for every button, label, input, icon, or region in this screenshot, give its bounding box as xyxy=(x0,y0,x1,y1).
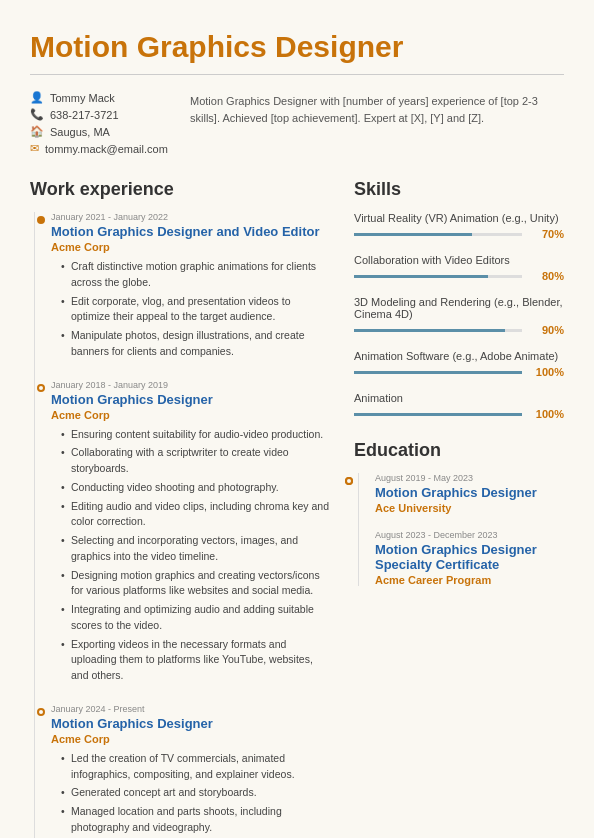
work-bullet-3-1: Led the creation of TV commercials, anim… xyxy=(61,751,330,783)
work-bullet-2-4: Editing audio and video clips, including… xyxy=(61,499,330,531)
skill-bar-row-2: 80% xyxy=(354,270,564,282)
phone-icon: 📞 xyxy=(30,108,44,121)
work-bullet-3-2: Generated concept art and storyboards. xyxy=(61,785,330,801)
work-company-3: Acme Corp xyxy=(51,733,330,745)
header-divider xyxy=(30,74,564,75)
work-company-1: Acme Corp xyxy=(51,241,330,253)
main-content: Work experience January 2021 - January 2… xyxy=(30,179,564,838)
skill-label-5: Animation xyxy=(354,392,564,404)
work-title-2: Motion Graphics Designer xyxy=(51,392,330,407)
work-entry-2: January 2018 - January 2019 Motion Graph… xyxy=(51,380,330,684)
skill-bar-fill-2 xyxy=(354,275,488,278)
skill-bar-bg-1 xyxy=(354,233,522,236)
skill-pct-5: 100% xyxy=(530,408,564,420)
skill-item-1: Virtual Reality (VR) Animation (e.g., Un… xyxy=(354,212,564,240)
work-company-2: Acme Corp xyxy=(51,409,330,421)
work-bullet-2-1: Ensuring content suitability for audio-v… xyxy=(61,427,330,443)
skill-bar-bg-2 xyxy=(354,275,522,278)
timeline-bullet-1 xyxy=(37,216,45,224)
edu-entry-1: August 2019 - May 2023 Motion Graphics D… xyxy=(375,473,564,514)
work-title-1: Motion Graphics Designer and Video Edito… xyxy=(51,224,330,239)
skill-pct-4: 100% xyxy=(530,366,564,378)
work-date-2: January 2018 - January 2019 xyxy=(51,380,330,390)
contact-info: 👤 Tommy Mack 📞 638-217-3721 🏠 Saugus, MA… xyxy=(30,91,160,155)
skill-bar-row-5: 100% xyxy=(354,408,564,420)
left-column: Work experience January 2021 - January 2… xyxy=(30,179,330,838)
work-date-1: January 2021 - January 2022 xyxy=(51,212,330,222)
header-section: 👤 Tommy Mack 📞 638-217-3721 🏠 Saugus, MA… xyxy=(30,91,564,155)
work-bullet-2-2: Collaborating with a scriptwriter to cre… xyxy=(61,445,330,477)
work-title-3: Motion Graphics Designer xyxy=(51,716,330,731)
contact-email: tommy.mack@email.com xyxy=(45,143,168,155)
skill-pct-3: 90% xyxy=(530,324,564,336)
contact-name-item: 👤 Tommy Mack xyxy=(30,91,160,104)
skill-label-2: Collaboration with Video Editors xyxy=(354,254,564,266)
edu-timeline: August 2019 - May 2023 Motion Graphics D… xyxy=(358,473,564,586)
work-bullet-2-5: Selecting and incorporating vectors, ima… xyxy=(61,533,330,565)
skill-bar-fill-4 xyxy=(354,371,522,374)
skill-bar-bg-5 xyxy=(354,413,522,416)
contact-phone: 638-217-3721 xyxy=(50,109,119,121)
skill-bar-bg-4 xyxy=(354,371,522,374)
work-bullet-2-7: Integrating and optimizing audio and add… xyxy=(61,602,330,634)
contact-location-item: 🏠 Saugus, MA xyxy=(30,125,160,138)
summary: Motion Graphics Designer with [number of… xyxy=(190,91,564,155)
skill-bar-row-1: 70% xyxy=(354,228,564,240)
skill-item-3: 3D Modeling and Rendering (e.g., Blender… xyxy=(354,296,564,336)
work-bullets-2: Ensuring content suitability for audio-v… xyxy=(51,427,330,684)
work-timeline: January 2021 - January 2022 Motion Graph… xyxy=(34,212,330,838)
edu-title-1: Motion Graphics Designer xyxy=(375,485,564,500)
work-bullet-1-3: Manipulate photos, design illustrations,… xyxy=(61,328,330,360)
skill-bar-fill-5 xyxy=(354,413,522,416)
work-entry-3: January 2024 - Present Motion Graphics D… xyxy=(51,704,330,838)
work-entry-1: January 2021 - January 2022 Motion Graph… xyxy=(51,212,330,360)
person-icon: 👤 xyxy=(30,91,44,104)
skill-label-4: Animation Software (e.g., Adobe Animate) xyxy=(354,350,564,362)
skill-pct-2: 80% xyxy=(530,270,564,282)
work-bullets-3: Led the creation of TV commercials, anim… xyxy=(51,751,330,838)
page-title: Motion Graphics Designer xyxy=(30,30,564,64)
edu-school-1: Ace University xyxy=(375,502,564,514)
skill-item-2: Collaboration with Video Editors 80% xyxy=(354,254,564,282)
edu-title-2: Motion Graphics Designer Specialty Certi… xyxy=(375,542,564,572)
edu-entry-2: August 2023 - December 2023 Motion Graph… xyxy=(375,530,564,586)
contact-phone-item: 📞 638-217-3721 xyxy=(30,108,160,121)
work-date-3: January 2024 - Present xyxy=(51,704,330,714)
contact-email-item: ✉ tommy.mack@email.com xyxy=(30,142,160,155)
timeline-bullet-3 xyxy=(37,708,45,716)
work-bullet-2-6: Designing motion graphics and creating v… xyxy=(61,568,330,600)
skill-item-5: Animation 100% xyxy=(354,392,564,420)
skill-bar-fill-3 xyxy=(354,329,505,332)
skill-label-1: Virtual Reality (VR) Animation (e.g., Un… xyxy=(354,212,564,224)
skill-item-4: Animation Software (e.g., Adobe Animate)… xyxy=(354,350,564,378)
work-bullet-3-3: Managed location and parts shoots, inclu… xyxy=(61,804,330,836)
skill-bar-fill-1 xyxy=(354,233,472,236)
education-title: Education xyxy=(354,440,564,461)
skill-pct-1: 70% xyxy=(530,228,564,240)
skill-bar-bg-3 xyxy=(354,329,522,332)
skill-bar-row-4: 100% xyxy=(354,366,564,378)
work-bullet-1-1: Craft distinctive motion graphic animati… xyxy=(61,259,330,291)
contact-location: Saugus, MA xyxy=(50,126,110,138)
education-section: Education August 2019 - May 2023 Motion … xyxy=(354,440,564,586)
work-bullet-2-3: Conducting video shooting and photograph… xyxy=(61,480,330,496)
right-column: Skills Virtual Reality (VR) Animation (e… xyxy=(354,179,564,838)
work-bullets-1: Craft distinctive motion graphic animati… xyxy=(51,259,330,360)
location-icon: 🏠 xyxy=(30,125,44,138)
work-bullet-2-8: Exporting videos in the necessary format… xyxy=(61,637,330,684)
timeline-bullet-2 xyxy=(37,384,45,392)
work-experience-title: Work experience xyxy=(30,179,330,200)
skill-bar-row-3: 90% xyxy=(354,324,564,336)
skills-title: Skills xyxy=(354,179,564,200)
edu-date-2: August 2023 - December 2023 xyxy=(375,530,564,540)
work-bullet-1-2: Edit corporate, vlog, and presentation v… xyxy=(61,294,330,326)
edu-school-2: Acme Career Program xyxy=(375,574,564,586)
email-icon: ✉ xyxy=(30,142,39,155)
edu-bullet-2 xyxy=(345,477,353,485)
edu-date-1: August 2019 - May 2023 xyxy=(375,473,564,483)
skill-label-3: 3D Modeling and Rendering (e.g., Blender… xyxy=(354,296,564,320)
contact-name: Tommy Mack xyxy=(50,92,115,104)
